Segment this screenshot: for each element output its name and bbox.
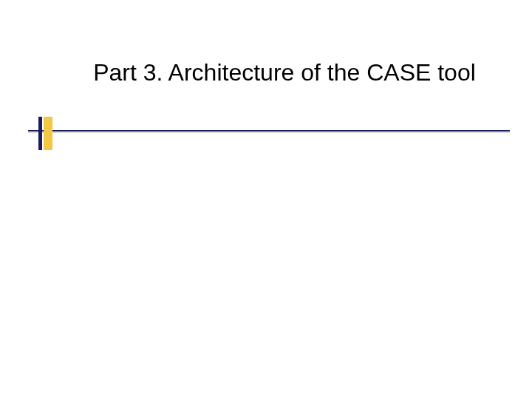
slide-title: Part 3. Architecture of the CASE tool xyxy=(81,58,488,87)
title-underline-shadow xyxy=(28,132,510,133)
accent-bar-yellow xyxy=(44,117,52,150)
accent-bar-navy xyxy=(38,117,42,150)
slide: Part 3. Architecture of the CASE tool xyxy=(0,0,532,399)
title-underline xyxy=(28,130,510,132)
